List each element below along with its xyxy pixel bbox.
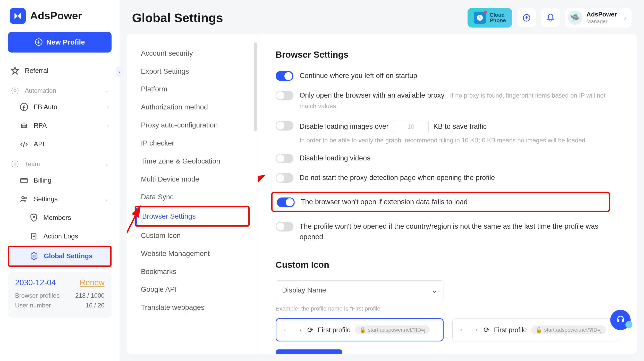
sidebar-item-referral[interactable]: Referral: [4, 61, 115, 80]
toggle-row-no-proxy-detect: Do not start the proxy detection page wh…: [276, 172, 619, 183]
gear-icon: [11, 86, 19, 95]
cloud-phone-button[interactable]: Cloud Phone: [468, 8, 512, 28]
headset-icon: [616, 315, 625, 325]
annotation-highlight: Global Settings: [8, 246, 112, 267]
forward-icon: →: [295, 325, 303, 334]
sidebar-group-automation[interactable]: Automation ⌄: [4, 80, 115, 98]
settings-body: Browser Settings Continue where you left…: [258, 34, 637, 354]
toggle-country-check[interactable]: [276, 222, 293, 231]
collapse-sidebar-button[interactable]: ‹: [116, 66, 123, 77]
profiles-count: 218 / 1000: [75, 292, 105, 299]
toggle-disable-videos[interactable]: [276, 154, 293, 164]
section-title-custom-icon: Custom Icon: [276, 260, 619, 270]
help-bubble[interactable]: [610, 310, 631, 330]
settings-nav-ip-checker[interactable]: IP checker: [135, 134, 250, 152]
page-title: Global Settings: [132, 11, 223, 25]
facebook-icon: [20, 102, 28, 111]
preview-card-1[interactable]: ← → ⟳ First profile 🔒 start.adspower.net…: [276, 318, 444, 341]
settings-nav-export[interactable]: Export Settings: [135, 62, 250, 80]
plus-circle-icon: [35, 38, 43, 46]
settings-nav-custom-icon[interactable]: Custom Icon: [135, 227, 250, 245]
new-profile-button[interactable]: New Profile: [8, 32, 112, 53]
brand-name: AdsPower: [30, 10, 82, 22]
renew-link[interactable]: Renew: [80, 278, 105, 287]
profiles-label: Browser profiles: [15, 292, 60, 299]
settings-nav-auth-method[interactable]: Authorization method: [135, 98, 250, 116]
settings-nav-website-mgmt[interactable]: Website Management: [135, 245, 250, 263]
display-name-dropdown[interactable]: Display Name ⌄: [276, 280, 444, 300]
toggle-no-proxy-detect[interactable]: [276, 173, 293, 183]
api-icon: [20, 140, 28, 149]
settings-nav-bookmarks[interactable]: Bookmarks: [135, 263, 250, 281]
settings-nav-account-security[interactable]: Account security: [135, 44, 250, 62]
sidebar-item-global-settings[interactable]: Global Settings: [9, 247, 111, 265]
annotation-arrow: [258, 171, 271, 197]
chevron-down-icon: ⌄: [104, 88, 109, 94]
settings-nav-proxy-auto[interactable]: Proxy auto-configuration: [135, 116, 250, 134]
upload-icon: [522, 13, 531, 22]
shield-icon: [29, 213, 38, 222]
sidebar-item-rpa[interactable]: RPA ›: [4, 116, 115, 135]
settings-nav-timezone[interactable]: Time zone & Geolocation: [135, 152, 250, 170]
settings-nav-data-sync[interactable]: Data Sync: [135, 188, 250, 206]
url-pill: 🔒 start.adspower.net/?ID=j: [355, 325, 430, 334]
preview-card-2[interactable]: ← → ⟳ First profile 🔒 start.adspower.net…: [452, 318, 619, 341]
svg-point-12: [33, 255, 35, 257]
notifications-button[interactable]: [541, 8, 560, 27]
sidebar-item-billing[interactable]: Billing: [4, 171, 115, 190]
star-icon: [11, 66, 19, 75]
logo[interactable]: AdsPower: [4, 8, 115, 32]
settings-nav-translate[interactable]: Translate webpages: [135, 298, 250, 316]
settings-nav-multi-device[interactable]: Multi Device mode: [135, 170, 250, 188]
clipboard-icon: [29, 232, 38, 240]
main: Global Settings Cloud Phone: [120, 0, 644, 361]
save-setting-button[interactable]: Save Setting: [276, 349, 342, 354]
toggle-row-disable-images: Disable loading images over 10 KB to sav…: [276, 120, 619, 133]
svg-point-8: [22, 196, 24, 199]
settings-nav-browser-settings[interactable]: Browser Settings: [136, 207, 248, 225]
url-pill: 🔒 start.adspower.net/?ID=j: [531, 325, 606, 334]
hint-images: In order to be able to verify the graph,…: [300, 137, 619, 144]
sidebar-item-action-logs[interactable]: Action Logs: [4, 227, 115, 245]
toggle-row-disable-videos: Disable loading videos: [276, 153, 619, 163]
toggle-row-startup: Continue where you left off on startup: [276, 70, 619, 81]
scrollbar[interactable]: [254, 42, 257, 131]
chevron-right-icon: ›: [107, 104, 109, 110]
example-text: Example: the profile name is "First prof…: [276, 305, 619, 312]
preview-row: ← → ⟳ First profile 🔒 start.adspower.net…: [276, 318, 619, 341]
cloud-phone-icon: [474, 12, 486, 24]
hexagon-icon: [30, 252, 38, 260]
chevron-right-icon: ›: [107, 123, 109, 129]
logo-icon: [10, 8, 26, 24]
forward-icon: →: [471, 325, 479, 334]
svg-rect-7: [21, 178, 27, 183]
sidebar: AdsPower New Profile ‹ Referral Automati…: [0, 0, 120, 361]
svg-point-4: [22, 126, 23, 126]
toggle-continue-startup[interactable]: [276, 71, 293, 81]
sidebar-item-api[interactable]: API: [4, 135, 115, 153]
sidebar-group-team[interactable]: Team ⌄: [4, 153, 115, 171]
toggle-proxy-only[interactable]: [276, 91, 293, 100]
gear-icon: [11, 160, 19, 168]
settings-nav-platform[interactable]: Platform: [135, 80, 250, 98]
toggle-extension-fail[interactable]: [277, 197, 295, 207]
svg-point-10: [33, 216, 35, 218]
sidebar-item-fb-auto[interactable]: FB Auto ›: [4, 98, 115, 116]
settings-nav-google-api[interactable]: Google API: [135, 281, 250, 299]
subscription-date: 2030-12-04: [15, 278, 56, 287]
section-title-browser: Browser Settings: [276, 50, 619, 60]
settings-nav: Account security Export Settings Platfor…: [127, 34, 258, 354]
chevron-down-icon: ⌄: [431, 286, 437, 295]
sidebar-footer: 2030-12-04 Renew Browser profiles 218 / …: [8, 272, 112, 318]
svg-point-9: [24, 197, 26, 199]
user-menu[interactable]: 🛸 AdsPower Manager ›: [565, 8, 632, 28]
back-icon: ←: [459, 325, 467, 334]
chevron-down-icon: ⌄: [104, 196, 109, 202]
kb-input[interactable]: 10: [393, 120, 429, 133]
svg-line-15: [258, 175, 265, 193]
card-icon: [20, 176, 28, 185]
sidebar-item-members[interactable]: Members: [4, 208, 115, 227]
upload-button[interactable]: [518, 8, 536, 27]
sidebar-item-settings[interactable]: Settings ⌄: [4, 190, 115, 208]
toggle-disable-images[interactable]: [276, 121, 293, 131]
